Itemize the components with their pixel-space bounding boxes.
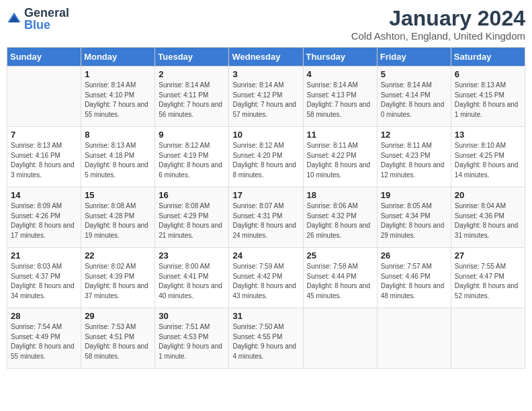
table-row: 18 Sunrise: 8:06 AM Sunset: 4:32 PM Dayl…: [303, 187, 377, 248]
day-info: Sunrise: 7:57 AM Sunset: 4:46 PM Dayligh…: [381, 262, 447, 301]
table-row: 10 Sunrise: 8:12 AM Sunset: 4:20 PM Dayl…: [229, 127, 303, 187]
day-info: Sunrise: 8:04 AM Sunset: 4:36 PM Dayligh…: [455, 201, 521, 240]
sunset-text: Sunset: 4:11 PM: [159, 91, 225, 101]
daylight-text: Daylight: 8 hours and 14 minutes.: [455, 161, 521, 180]
calendar-week-3: 14 Sunrise: 8:09 AM Sunset: 4:26 PM Dayl…: [7, 187, 525, 248]
day-number: 25: [307, 250, 373, 261]
day-info: Sunrise: 8:14 AM Sunset: 4:13 PM Dayligh…: [307, 81, 373, 120]
sunset-text: Sunset: 4:12 PM: [232, 91, 299, 101]
day-info: Sunrise: 8:14 AM Sunset: 4:10 PM Dayligh…: [85, 81, 151, 120]
day-info: Sunrise: 7:59 AM Sunset: 4:42 PM Dayligh…: [232, 262, 299, 301]
day-info: Sunrise: 8:07 AM Sunset: 4:31 PM Dayligh…: [232, 201, 299, 240]
sunrise-text: Sunrise: 8:06 AM: [307, 201, 373, 212]
sunrise-text: Sunrise: 8:12 AM: [232, 141, 299, 151]
sunset-text: Sunset: 4:42 PM: [232, 272, 299, 282]
sunrise-text: Sunrise: 8:04 AM: [455, 201, 521, 212]
day-number: 6: [455, 69, 521, 79]
day-info: Sunrise: 7:55 AM Sunset: 4:47 PM Dayligh…: [455, 262, 521, 301]
day-number: 22: [85, 250, 151, 261]
table-row: 17 Sunrise: 8:07 AM Sunset: 4:31 PM Dayl…: [229, 187, 303, 248]
day-info: Sunrise: 8:06 AM Sunset: 4:32 PM Dayligh…: [307, 201, 373, 240]
sunrise-text: Sunrise: 8:07 AM: [232, 201, 299, 212]
title-block: January 2024 Cold Ashton, England, Unite…: [351, 7, 525, 42]
day-number: 1: [85, 69, 151, 79]
daylight-text: Daylight: 8 hours and 58 minutes.: [85, 342, 151, 361]
daylight-text: Daylight: 8 hours and 45 minutes.: [307, 281, 373, 301]
sunset-text: Sunset: 4:16 PM: [11, 151, 77, 161]
sunrise-text: Sunrise: 7:50 AM: [232, 322, 299, 332]
daylight-text: Daylight: 8 hours and 26 minutes.: [307, 221, 373, 240]
table-row: 31 Sunrise: 7:50 AM Sunset: 4:55 PM Dayl…: [229, 308, 303, 369]
sunrise-text: Sunrise: 8:14 AM: [381, 81, 447, 91]
daylight-text: Daylight: 8 hours and 31 minutes.: [455, 221, 521, 240]
day-info: Sunrise: 7:54 AM Sunset: 4:49 PM Dayligh…: [11, 322, 77, 361]
day-info: Sunrise: 8:08 AM Sunset: 4:29 PM Dayligh…: [159, 201, 225, 240]
sunset-text: Sunset: 4:15 PM: [455, 91, 521, 101]
day-info: Sunrise: 8:10 AM Sunset: 4:25 PM Dayligh…: [455, 141, 521, 180]
col-thursday: Thursday: [303, 48, 377, 66]
table-row: 4 Sunrise: 8:14 AM Sunset: 4:13 PM Dayli…: [303, 66, 377, 127]
sunrise-text: Sunrise: 7:59 AM: [232, 262, 299, 272]
day-number: 27: [455, 250, 521, 261]
day-number: 5: [381, 69, 447, 79]
sunrise-text: Sunrise: 8:13 AM: [85, 141, 151, 151]
day-info: Sunrise: 8:13 AM Sunset: 4:18 PM Dayligh…: [85, 141, 151, 180]
sunset-text: Sunset: 4:22 PM: [307, 151, 373, 161]
daylight-text: Daylight: 7 hours and 58 minutes.: [307, 100, 373, 120]
day-number: 11: [307, 130, 373, 140]
table-row: 9 Sunrise: 8:12 AM Sunset: 4:19 PM Dayli…: [155, 127, 229, 187]
calendar-week-5: 28 Sunrise: 7:54 AM Sunset: 4:49 PM Dayl…: [7, 308, 525, 369]
sunset-text: Sunset: 4:36 PM: [455, 212, 521, 222]
table-row: 24 Sunrise: 7:59 AM Sunset: 4:42 PM Dayl…: [229, 248, 303, 308]
daylight-text: Daylight: 8 hours and 5 minutes.: [85, 161, 151, 180]
sunset-text: Sunset: 4:37 PM: [11, 272, 77, 282]
sunset-text: Sunset: 4:28 PM: [85, 212, 151, 222]
col-wednesday: Wednesday: [229, 48, 303, 66]
sunrise-text: Sunrise: 8:11 AM: [381, 141, 447, 151]
sunrise-text: Sunrise: 7:55 AM: [455, 262, 521, 272]
table-row: 8 Sunrise: 8:13 AM Sunset: 4:18 PM Dayli…: [81, 127, 155, 187]
day-info: Sunrise: 8:14 AM Sunset: 4:14 PM Dayligh…: [381, 81, 447, 120]
table-row: 29 Sunrise: 7:53 AM Sunset: 4:51 PM Dayl…: [81, 308, 155, 369]
table-row: 7 Sunrise: 8:13 AM Sunset: 4:16 PM Dayli…: [7, 127, 81, 187]
daylight-text: Daylight: 8 hours and 17 minutes.: [11, 221, 77, 240]
calendar-table: Sunday Monday Tuesday Wednesday Thursday…: [7, 47, 525, 369]
daylight-text: Daylight: 8 hours and 19 minutes.: [85, 221, 151, 240]
daylight-text: Daylight: 7 hours and 55 minutes.: [85, 100, 151, 120]
table-row: 19 Sunrise: 8:05 AM Sunset: 4:34 PM Dayl…: [377, 187, 451, 248]
table-row: 12 Sunrise: 8:11 AM Sunset: 4:23 PM Dayl…: [377, 127, 451, 187]
location-title: Cold Ashton, England, United Kingdom: [351, 30, 525, 42]
table-row: 26 Sunrise: 7:57 AM Sunset: 4:46 PM Dayl…: [377, 248, 451, 308]
sunrise-text: Sunrise: 8:03 AM: [11, 262, 77, 272]
table-row: [7, 66, 81, 127]
table-row: 13 Sunrise: 8:10 AM Sunset: 4:25 PM Dayl…: [451, 127, 525, 187]
daylight-text: Daylight: 9 hours and 1 minute.: [159, 342, 225, 361]
table-row: 11 Sunrise: 8:11 AM Sunset: 4:22 PM Dayl…: [303, 127, 377, 187]
day-info: Sunrise: 8:11 AM Sunset: 4:22 PM Dayligh…: [307, 141, 373, 180]
day-info: Sunrise: 8:05 AM Sunset: 4:34 PM Dayligh…: [381, 201, 447, 240]
table-row: [377, 308, 451, 369]
sunset-text: Sunset: 4:55 PM: [232, 332, 299, 342]
sunrise-text: Sunrise: 8:00 AM: [159, 262, 225, 272]
calendar-week-2: 7 Sunrise: 8:13 AM Sunset: 4:16 PM Dayli…: [7, 127, 525, 187]
sunset-text: Sunset: 4:10 PM: [85, 91, 151, 101]
day-number: 17: [232, 190, 299, 200]
col-monday: Monday: [81, 48, 155, 66]
table-row: 22 Sunrise: 8:02 AM Sunset: 4:39 PM Dayl…: [81, 248, 155, 308]
daylight-text: Daylight: 8 hours and 10 minutes.: [307, 161, 373, 180]
sunset-text: Sunset: 4:46 PM: [381, 272, 447, 282]
table-row: 25 Sunrise: 7:58 AM Sunset: 4:44 PM Dayl…: [303, 248, 377, 308]
daylight-text: Daylight: 8 hours and 43 minutes.: [232, 281, 299, 301]
day-number: 9: [159, 130, 225, 140]
day-number: 19: [381, 190, 447, 200]
day-number: 30: [159, 311, 225, 321]
day-number: 3: [232, 69, 299, 79]
sunset-text: Sunset: 4:19 PM: [159, 151, 225, 161]
sunset-text: Sunset: 4:34 PM: [381, 212, 447, 222]
sunset-text: Sunset: 4:47 PM: [455, 272, 521, 282]
day-number: 16: [159, 190, 225, 200]
logo-text-blue: Blue: [24, 19, 69, 31]
day-info: Sunrise: 7:58 AM Sunset: 4:44 PM Dayligh…: [307, 262, 373, 301]
table-row: 30 Sunrise: 7:51 AM Sunset: 4:53 PM Dayl…: [155, 308, 229, 369]
table-row: 6 Sunrise: 8:13 AM Sunset: 4:15 PM Dayli…: [451, 66, 525, 127]
